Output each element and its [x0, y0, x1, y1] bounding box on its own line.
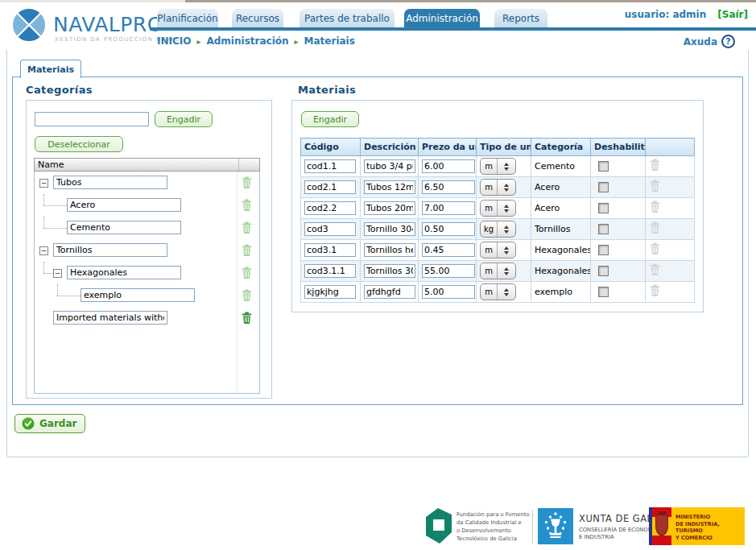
trash-icon[interactable]	[241, 267, 253, 279]
category-delete[interactable]	[241, 176, 253, 192]
material-code-input[interactable]	[304, 285, 356, 299]
disabled-checkbox[interactable]	[598, 182, 609, 192]
tree-connector-line	[57, 296, 81, 296]
trash-icon[interactable]	[241, 289, 253, 302]
stepper-down-icon[interactable]	[504, 272, 509, 275]
trash-icon[interactable]	[649, 159, 661, 172]
deselect-button[interactable]: Deseleccionar	[35, 136, 123, 152]
stepper-up-icon[interactable]	[504, 246, 509, 250]
category-delete[interactable]	[241, 199, 253, 214]
material-description-input[interactable]	[364, 201, 415, 215]
tab-reports[interactable]: Reports	[494, 9, 547, 27]
trash-icon[interactable]	[241, 244, 253, 257]
tree-expander-icon[interactable]: −	[39, 246, 48, 255]
trash-icon[interactable]	[649, 263, 661, 276]
material-price-input[interactable]	[422, 159, 475, 173]
material-code-input[interactable]	[304, 159, 356, 173]
category-name-input[interactable]	[67, 221, 181, 234]
material-description-input[interactable]	[364, 222, 415, 236]
footer-separator	[532, 510, 533, 544]
material-price-input[interactable]	[422, 285, 475, 299]
material-price-input[interactable]	[422, 180, 475, 194]
stepper-up-icon[interactable]	[504, 205, 509, 208]
help-link[interactable]: Axuda ?	[684, 35, 735, 48]
stepper-down-icon[interactable]	[504, 251, 509, 254]
unit-stepper[interactable]: m	[480, 158, 516, 175]
stepper-up-icon[interactable]	[504, 225, 509, 229]
trash-icon[interactable]	[649, 221, 661, 234]
material-description-input[interactable]	[364, 264, 415, 278]
tab-administracion[interactable]: Administración	[404, 9, 480, 27]
material-description-input[interactable]	[364, 159, 415, 173]
material-code-input[interactable]	[304, 243, 356, 257]
unit-stepper[interactable]: m	[480, 200, 516, 217]
material-code-input[interactable]	[304, 222, 356, 236]
trash-icon[interactable]	[649, 242, 661, 255]
stepper-up-icon[interactable]	[504, 184, 509, 187]
disabled-checkbox[interactable]	[598, 224, 609, 234]
tree-expander-icon[interactable]: −	[39, 179, 48, 188]
stepper-down-icon[interactable]	[504, 188, 509, 192]
unit-stepper[interactable]: m	[480, 242, 516, 258]
trash-icon[interactable]	[241, 199, 253, 212]
add-material-button[interactable]: Engadir	[301, 111, 359, 127]
save-button[interactable]: Gardar	[14, 414, 85, 433]
breadcrumb-inicio[interactable]: INICIO	[157, 35, 191, 47]
unit-stepper[interactable]: kg	[480, 221, 516, 238]
material-description-input[interactable]	[364, 180, 415, 194]
help-icon[interactable]: ?	[721, 35, 735, 48]
material-price-input[interactable]	[422, 264, 475, 278]
stepper-down-icon[interactable]	[504, 167, 509, 171]
stepper-down-icon[interactable]	[504, 293, 509, 296]
disabled-checkbox[interactable]	[598, 266, 609, 276]
category-delete[interactable]	[241, 267, 253, 282]
add-category-button[interactable]: Engadir	[155, 111, 213, 127]
material-description-input[interactable]	[364, 285, 415, 299]
stepper-up-icon[interactable]	[504, 163, 509, 166]
disabled-checkbox[interactable]	[598, 287, 609, 297]
disabled-checkbox[interactable]	[598, 203, 609, 213]
tab-recursos[interactable]: Recursos	[232, 9, 283, 27]
material-price-input[interactable]	[422, 222, 475, 236]
stepper-down-icon[interactable]	[504, 209, 509, 213]
stepper-up-icon[interactable]	[504, 267, 509, 271]
tree-expander-icon[interactable]: −	[53, 269, 62, 278]
new-category-input[interactable]	[35, 112, 149, 126]
tab-planificacion[interactable]: Planificación	[157, 9, 218, 27]
trash-icon[interactable]	[649, 180, 661, 192]
category-name-input[interactable]	[53, 243, 167, 257]
material-code-input[interactable]	[304, 180, 356, 194]
breadcrumb-administracion[interactable]: Administración	[206, 35, 288, 47]
material-price-input[interactable]	[422, 243, 475, 257]
stepper-up-icon[interactable]	[504, 288, 509, 292]
category-delete[interactable]	[241, 221, 253, 237]
disabled-checkbox[interactable]	[598, 245, 609, 255]
disabled-checkbox[interactable]	[598, 161, 609, 172]
material-row: mexemplo	[301, 282, 695, 303]
category-name-input[interactable]	[81, 288, 195, 302]
trash-icon[interactable]	[649, 201, 661, 213]
category-name-input[interactable]	[53, 311, 167, 325]
category-name-input[interactable]	[53, 176, 167, 189]
unit-stepper[interactable]: m	[480, 263, 516, 279]
category-name-input[interactable]	[67, 266, 181, 279]
category-delete[interactable]	[241, 244, 253, 259]
trash-icon[interactable]	[241, 176, 253, 189]
unit-stepper[interactable]: m	[480, 179, 516, 196]
tab-partes-de-traballo[interactable]: Partes de traballo	[300, 9, 395, 27]
trash-icon[interactable]	[649, 284, 661, 297]
logout-link[interactable]: [Saír]	[717, 9, 748, 20]
unit-stepper[interactable]: m	[480, 283, 516, 300]
material-code-input[interactable]	[304, 201, 356, 215]
stepper-down-icon[interactable]	[504, 230, 509, 234]
trash-icon[interactable]	[241, 221, 253, 234]
material-code-input[interactable]	[304, 264, 356, 278]
tab-materiais-content[interactable]: Materiais	[20, 60, 81, 78]
category-delete[interactable]	[241, 312, 253, 327]
category-name-input[interactable]	[67, 198, 181, 212]
material-price-input[interactable]	[422, 201, 475, 215]
trash-icon[interactable]	[241, 312, 253, 325]
breadcrumb-materiais[interactable]: Materiais	[304, 35, 355, 47]
category-delete[interactable]	[241, 289, 253, 304]
material-description-input[interactable]	[364, 243, 415, 257]
